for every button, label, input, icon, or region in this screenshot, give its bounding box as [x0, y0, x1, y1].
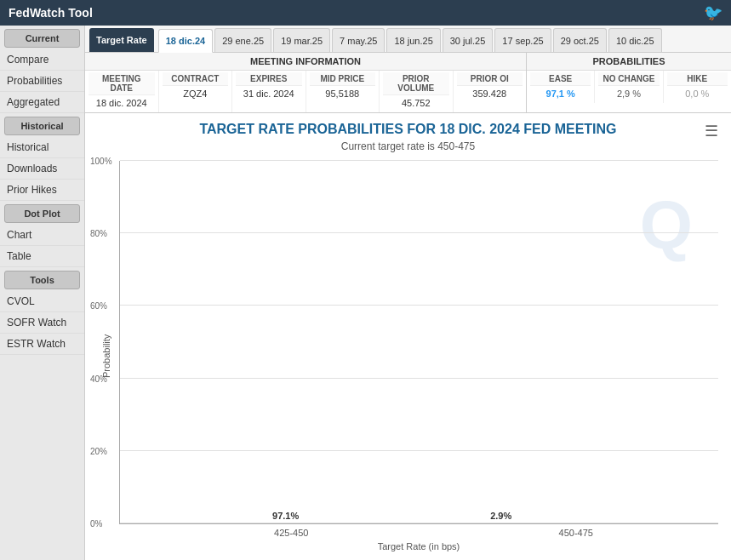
sidebar-item-compare[interactable]: Compare	[0, 49, 84, 71]
tab-29ene25[interactable]: 29 ene.25	[214, 28, 271, 52]
meeting-date-header: MEETING DATE	[89, 72, 155, 95]
sidebar-item-table[interactable]: Table	[0, 246, 84, 267]
sidebar-item-prior-hikes[interactable]: Prior Hikes	[0, 180, 84, 201]
sidebar-section-dot-plot[interactable]: Dot Plot	[4, 204, 80, 223]
chart-title: TARGET RATE PROBABILITIES FOR 18 DIC. 20…	[98, 122, 718, 137]
tab-18dic24[interactable]: 18 dic.24	[158, 29, 213, 53]
ease-header: EASE	[530, 72, 591, 86]
prior-volume-header: PRIOR VOLUME	[383, 72, 449, 95]
expires-header: EXPIRES	[236, 72, 302, 86]
bar-label-425-450: 97.1%	[272, 511, 299, 521]
gridline-40: 40%	[120, 378, 718, 379]
gridline-60: 60%	[120, 305, 718, 306]
chart-menu-icon[interactable]: ☰	[705, 122, 718, 140]
twitter-icon[interactable]: 🐦	[704, 3, 722, 22]
sidebar-section-historical[interactable]: Historical	[4, 117, 80, 135]
tab-29oct25[interactable]: 29 oct.25	[553, 28, 607, 52]
sidebar-item-historical[interactable]: Historical	[0, 137, 84, 158]
tab-18jun25[interactable]: 18 jun.25	[386, 28, 440, 52]
target-rate-label: Target Rate	[89, 28, 154, 52]
meeting-date-value: 18 dic. 2024	[89, 95, 155, 111]
contract-value: ZQZ4	[163, 86, 229, 101]
contract-header: CONTRACT	[163, 72, 229, 86]
sidebar-item-aggregated[interactable]: Aggregated	[0, 92, 84, 113]
gridline-20: 20%	[120, 450, 718, 451]
tab-17sep25[interactable]: 17 sep.25	[494, 28, 551, 52]
app-title: FedWatch Tool	[9, 6, 93, 20]
expires-value: 31 dic. 2024	[236, 86, 302, 101]
sidebar-item-downloads[interactable]: Downloads	[0, 158, 84, 180]
hike-header: HIKE	[667, 72, 728, 86]
x-label-425-450: 425-450	[149, 528, 434, 538]
prior-oi-header: PRIOR OI	[457, 72, 523, 86]
sidebar-section-current[interactable]: Current	[4, 29, 80, 48]
prior-volume-value: 45.752	[383, 95, 449, 111]
y-axis-label: Probability	[98, 161, 115, 551]
chart-subtitle: Current target rate is 450-475	[98, 140, 718, 152]
probabilities-header: PROBABILITIES	[527, 53, 731, 71]
tab-7may25[interactable]: 7 may.25	[332, 28, 385, 52]
tab-19mar25[interactable]: 19 mar.25	[273, 28, 330, 52]
bar-label-450-475: 2.9%	[490, 511, 511, 521]
x-label-450-475: 450-475	[434, 528, 719, 538]
x-axis-title: Target Rate (in bps)	[119, 541, 718, 551]
prior-oi-value: 359.428	[457, 86, 523, 101]
sidebar-item-estr-watch[interactable]: ESTR Watch	[0, 334, 84, 355]
hike-value: 0,0 %	[667, 86, 728, 101]
gridline-100: 100%	[120, 160, 718, 161]
tab-10dic25[interactable]: 10 dic.25	[608, 28, 662, 52]
sidebar-item-probabilities[interactable]: Probabilities	[0, 71, 84, 92]
ease-value: 97,1 %	[530, 86, 591, 101]
sidebar-item-sofr-watch[interactable]: SOFR Watch	[0, 312, 84, 334]
gridline-0: 0%	[120, 523, 718, 523]
sidebar-item-chart[interactable]: Chart	[0, 225, 84, 246]
sidebar-section-tools[interactable]: Tools	[4, 271, 80, 289]
bar-group-450-475: 2.9%	[467, 511, 535, 523]
tab-30jul25[interactable]: 30 jul.25	[443, 28, 494, 52]
bar-group-425-450: 97.1%	[252, 511, 320, 523]
mid-price-value: 95,5188	[310, 86, 376, 101]
mid-price-header: MID PRICE	[310, 72, 376, 86]
watermark-q: Q	[640, 186, 693, 265]
no-change-header: NO CHANGE	[598, 72, 659, 86]
no-change-value: 2,9 %	[598, 86, 659, 101]
meeting-info-header: MEETING INFORMATION	[85, 53, 526, 71]
gridline-80: 80%	[120, 232, 718, 233]
sidebar-item-cvol[interactable]: CVOL	[0, 291, 84, 312]
